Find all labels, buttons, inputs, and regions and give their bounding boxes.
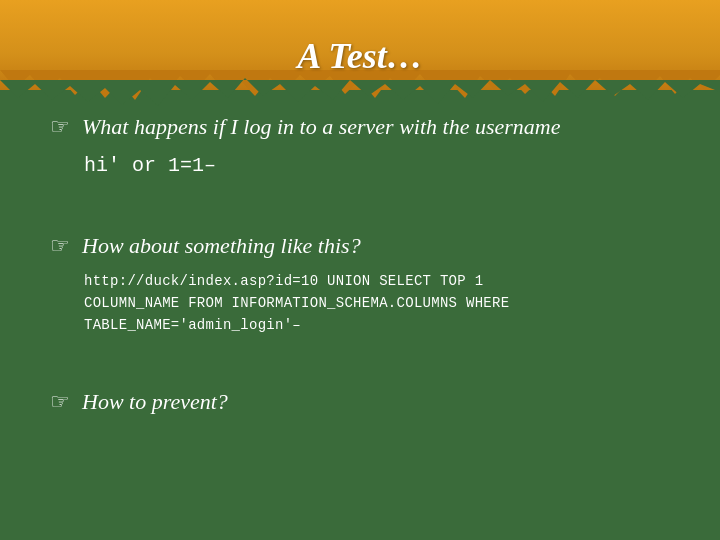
code-block-2: http://duck/index.asp?id=10 UNION SELECT… xyxy=(84,270,680,337)
bullet-icon-3: ☞ xyxy=(50,389,70,415)
bullet-section-2: ☞ How about something like this? http://… xyxy=(40,231,680,337)
slide-title: A Test… xyxy=(40,35,680,77)
bullet-section-3: ☞ How to prevent? xyxy=(40,387,680,418)
bullet-text-1: What happens if I log in to a server wit… xyxy=(82,112,560,143)
bullet-text-3: How to prevent? xyxy=(82,387,228,418)
code-1: hi' or 1=1– xyxy=(84,151,680,181)
bullet-icon-1: ☞ xyxy=(50,114,70,140)
bullet-icon-2: ☞ xyxy=(50,233,70,259)
bullet-item-1: ☞ What happens if I log in to a server w… xyxy=(50,112,680,143)
bullet-section-1: ☞ What happens if I log in to a server w… xyxy=(40,112,680,181)
slide-content: A Test… ☞ What happens if I log in to a … xyxy=(0,0,720,540)
bullet-item-3: ☞ How to prevent? xyxy=(50,387,680,418)
bullet-item-2: ☞ How about something like this? xyxy=(50,231,680,262)
bullet-text-2: How about something like this? xyxy=(82,231,361,262)
